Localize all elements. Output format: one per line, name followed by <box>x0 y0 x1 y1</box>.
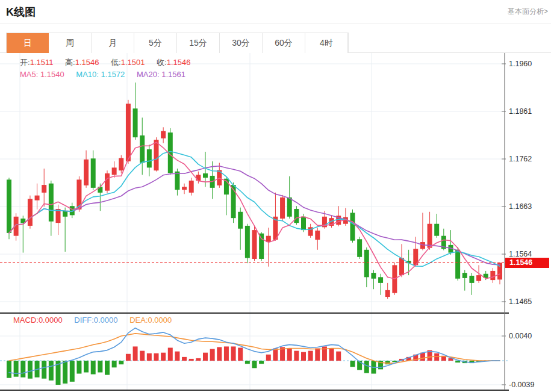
tab-day[interactable]: 日 <box>7 33 49 53</box>
fundamental-analysis-link[interactable]: 基本面分析> <box>508 7 548 17</box>
svg-text:1.1861: 1.1861 <box>509 107 532 116</box>
macd-value: 0.0000 <box>39 316 63 325</box>
svg-text:1.1762: 1.1762 <box>509 155 532 163</box>
tab-week[interactable]: 周 <box>49 33 92 53</box>
svg-text:1.1960: 1.1960 <box>509 60 532 68</box>
macd-legend: MACD:0.0000 DIFF:0.0000 DEA:0.0000 <box>13 316 181 325</box>
diff-label: DIFF: <box>74 316 94 325</box>
ohlc-legend: 开:1.1511 高:1.1546 低:1.1501 收:1.1546 <box>20 57 200 68</box>
ma5-value: 1.1540 <box>40 70 64 79</box>
svg-text:0.0040: 0.0040 <box>509 332 532 340</box>
close-value: 1.1546 <box>167 58 191 67</box>
ma5-label: MA5: <box>20 70 38 79</box>
diff-value: 0.0000 <box>94 316 118 325</box>
tab-60min[interactable]: 60分 <box>263 33 305 53</box>
svg-text:1.1663: 1.1663 <box>509 202 532 211</box>
tab-15min[interactable]: 15分 <box>177 33 220 53</box>
ma-legend: MA5: 1.1540 MA10: 1.1572 MA20: 1.1561 <box>20 70 195 79</box>
ma20-value: 1.1561 <box>161 70 185 79</box>
open-value: 1.1511 <box>30 58 54 67</box>
ma10-label: MA10: <box>76 70 99 79</box>
low-label: 低: <box>111 58 121 67</box>
dea-value: 0.0000 <box>148 316 172 325</box>
high-label: 高: <box>65 58 75 67</box>
ma10-value: 1.1572 <box>101 70 125 79</box>
ma20-label: MA20: <box>137 70 160 79</box>
current-price-badge: 1.1546 <box>505 258 549 268</box>
tab-30min[interactable]: 30分 <box>220 33 263 53</box>
interval-tabbar: 日 周 月 5分 15分 30分 60分 4时 <box>6 33 349 53</box>
dea-label: DEA: <box>129 316 148 325</box>
macd-label: MACD: <box>13 316 39 325</box>
svg-text:1.1465: 1.1465 <box>509 297 532 306</box>
close-label: 收: <box>157 58 167 67</box>
page-title: K线图 <box>6 5 36 19</box>
tab-month[interactable]: 月 <box>92 33 134 53</box>
open-label: 开: <box>20 58 30 67</box>
kline-app: 1.19601.18611.17621.16631.15641.14650.00… <box>0 0 551 392</box>
tab-5min[interactable]: 5分 <box>134 33 177 53</box>
high-value: 1.1546 <box>75 58 99 67</box>
header-divider <box>0 23 551 24</box>
low-value: 1.1501 <box>121 58 145 67</box>
svg-text:-0.0039: -0.0039 <box>509 381 534 389</box>
tab-4hour[interactable]: 4时 <box>305 33 348 53</box>
